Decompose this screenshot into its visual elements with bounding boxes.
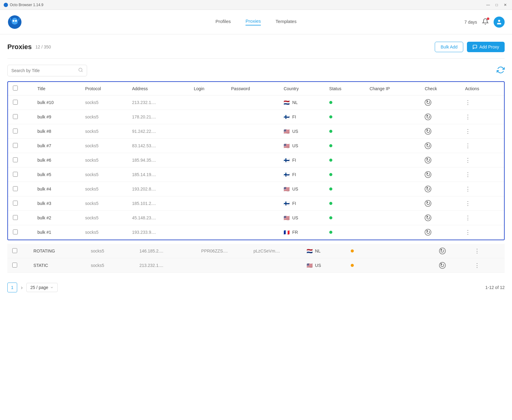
- search-input[interactable]: [11, 68, 76, 73]
- actions-menu-button[interactable]: ⋮: [465, 186, 471, 192]
- actions-menu-button[interactable]: ⋮: [465, 157, 471, 163]
- row-checkbox[interactable]: [13, 157, 18, 162]
- minimize-button[interactable]: —: [485, 2, 491, 8]
- row-login: [189, 95, 226, 110]
- row-title: bulk #5: [32, 168, 80, 182]
- main-table-container: Title Protocol Address Login Password Co…: [7, 81, 505, 240]
- actions-menu-button[interactable]: ⋮: [465, 143, 471, 149]
- row-protocol: socks5: [86, 258, 134, 273]
- status-dot: [329, 231, 332, 234]
- status-dot: [329, 144, 332, 147]
- avatar[interactable]: [494, 17, 505, 28]
- check-button[interactable]: ↻: [425, 99, 431, 106]
- flag-icon: 🇫🇷: [284, 229, 290, 235]
- row-checkbox-cell: [8, 168, 32, 182]
- add-proxy-button[interactable]: Add Proxy: [467, 42, 505, 52]
- actions-menu-button[interactable]: ⋮: [474, 262, 480, 268]
- row-checkbox[interactable]: [13, 186, 18, 191]
- row-country: 🇳🇱NL: [302, 244, 346, 258]
- check-button[interactable]: ↻: [425, 142, 431, 149]
- actions-menu-button[interactable]: ⋮: [474, 248, 480, 254]
- refresh-button[interactable]: [497, 66, 505, 75]
- actions-menu-button[interactable]: ⋮: [465, 128, 471, 134]
- table-row: bulk #4 socks5 193.202.8.... 🇺🇸US ↻ ⋮: [8, 182, 504, 196]
- row-status: [324, 110, 365, 124]
- row-password: [226, 182, 279, 196]
- row-checkbox-cell: [8, 225, 32, 240]
- actions-menu-button[interactable]: ⋮: [465, 229, 471, 235]
- next-page-button[interactable]: ›: [20, 284, 24, 291]
- country-code: FR: [292, 230, 298, 235]
- close-button[interactable]: ✕: [502, 2, 508, 8]
- row-country: 🇺🇸US: [302, 258, 346, 273]
- header-changeip: Change IP: [365, 82, 420, 95]
- row-checkbox[interactable]: [13, 229, 18, 234]
- row-checkbox[interactable]: [13, 172, 18, 177]
- row-title: bulk #2: [32, 211, 80, 225]
- row-checkbox[interactable]: [13, 201, 18, 206]
- check-button[interactable]: ↻: [425, 171, 431, 178]
- status-dot: [329, 101, 332, 104]
- row-status: [324, 225, 365, 240]
- row-checkbox[interactable]: [13, 129, 18, 133]
- row-checkbox[interactable]: [13, 114, 18, 119]
- nav-profiles[interactable]: Profiles: [216, 19, 231, 25]
- row-login: [189, 211, 226, 225]
- row-login: [196, 258, 248, 273]
- actions-menu-button[interactable]: ⋮: [465, 215, 471, 221]
- row-password: [226, 139, 279, 153]
- check-button[interactable]: ↻: [425, 200, 431, 207]
- row-login: [189, 196, 226, 211]
- row-checkbox-cell: [8, 196, 32, 211]
- actions-menu-button[interactable]: ⋮: [465, 114, 471, 120]
- row-country: 🇺🇸US: [279, 124, 324, 139]
- check-button[interactable]: ↻: [439, 262, 446, 269]
- nav-templates[interactable]: Templates: [276, 19, 296, 25]
- status-dot: [329, 159, 332, 162]
- country-code: US: [292, 129, 298, 134]
- row-protocol: socks5: [80, 139, 127, 153]
- row-checkbox[interactable]: [12, 263, 17, 268]
- row-checkbox[interactable]: [13, 215, 18, 220]
- row-checkbox[interactable]: [12, 248, 17, 253]
- nav-proxies[interactable]: Proxies: [246, 18, 261, 25]
- check-button[interactable]: ↻: [439, 248, 446, 254]
- row-checkbox[interactable]: [13, 143, 18, 148]
- row-checkbox-cell: [7, 244, 29, 258]
- check-button[interactable]: ↻: [425, 128, 431, 135]
- bulk-add-button[interactable]: Bulk Add: [435, 42, 463, 52]
- svg-point-2: [13, 20, 14, 22]
- header-title: Title: [32, 82, 80, 95]
- row-login: [189, 182, 226, 196]
- actions-menu-button[interactable]: ⋮: [465, 200, 471, 206]
- check-button[interactable]: ↻: [425, 114, 431, 120]
- per-page-select[interactable]: 25 / page: [26, 283, 58, 292]
- search-box[interactable]: [7, 65, 87, 76]
- header-protocol: Protocol: [80, 82, 127, 95]
- actions-menu-button[interactable]: ⋮: [465, 99, 471, 106]
- row-country: 🇫🇮FI: [279, 168, 324, 182]
- row-login: [189, 110, 226, 124]
- row-changeip: [381, 258, 434, 273]
- row-changeip: [365, 182, 420, 196]
- svg-point-4: [498, 20, 500, 22]
- country-code: NL: [315, 249, 321, 253]
- table-row: bulk #8 socks5 91.242.22.... 🇺🇸US ↻ ⋮: [8, 124, 504, 139]
- check-button[interactable]: ↻: [425, 229, 431, 236]
- check-button[interactable]: ↻: [425, 214, 431, 221]
- actions-menu-button[interactable]: ⋮: [465, 171, 471, 178]
- check-button[interactable]: ↻: [425, 157, 431, 164]
- app-title: Octo Browser 1.14.9: [10, 3, 43, 7]
- bell-icon[interactable]: [482, 18, 489, 26]
- row-changeip: [365, 139, 420, 153]
- flag-icon: 🇫🇮: [284, 172, 290, 178]
- check-button[interactable]: ↻: [425, 186, 431, 192]
- row-password: [226, 95, 279, 110]
- row-checkbox[interactable]: [13, 100, 18, 105]
- window-controls: — □ ✕: [485, 2, 508, 8]
- row-password: [226, 168, 279, 182]
- row-check: ↻: [420, 139, 460, 153]
- select-all-checkbox[interactable]: [13, 86, 18, 91]
- page-1-button[interactable]: 1: [7, 283, 17, 292]
- maximize-button[interactable]: □: [494, 2, 500, 8]
